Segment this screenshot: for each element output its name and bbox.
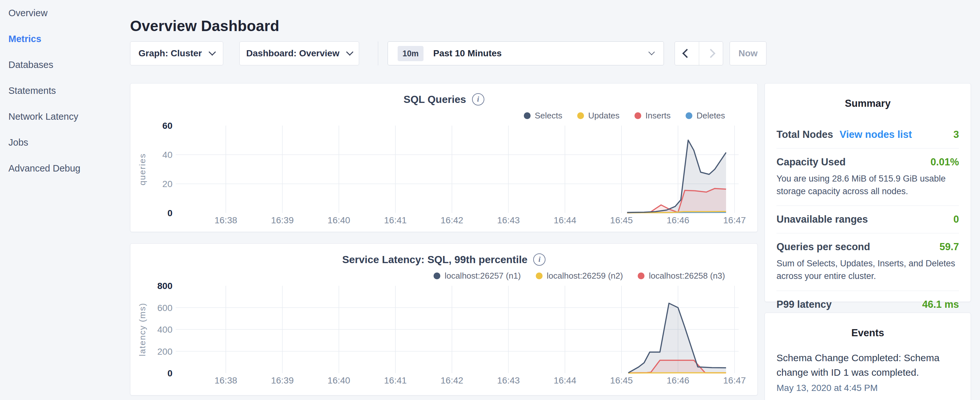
chevron-down-icon — [346, 48, 354, 56]
svg-text:16:38: 16:38 — [215, 375, 237, 386]
chevron-right-icon — [706, 49, 715, 58]
svg-text:0: 0 — [167, 208, 172, 218]
service-latency-chart[interactable]: 16:3816:3916:4016:4116:4216:4316:4416:45… — [130, 244, 758, 396]
legend-label: localhost:26257 (n1) — [445, 271, 521, 281]
svg-text:16:39: 16:39 — [271, 215, 294, 225]
svg-text:16:43: 16:43 — [497, 375, 520, 386]
chevron-down-icon — [209, 48, 216, 56]
summary-row: Total NodesView nodes list3 — [776, 121, 959, 148]
svg-text:0: 0 — [167, 368, 172, 378]
sidebar-item-statements[interactable]: Statements — [0, 78, 130, 104]
chevron-left-icon — [682, 49, 691, 58]
legend-item: Inserts — [635, 111, 671, 121]
svg-text:16:46: 16:46 — [667, 375, 689, 386]
dashboard-selector-label: Dashboard: Overview — [246, 48, 339, 59]
sidebar-item-network-latency[interactable]: Network Latency — [0, 104, 130, 129]
svg-text:400: 400 — [157, 325, 172, 335]
event-message: Schema Change Completed: Schema change w… — [776, 351, 959, 379]
legend-dot-icon — [536, 273, 542, 279]
svg-text:40: 40 — [162, 150, 172, 160]
svg-text:20: 20 — [162, 179, 172, 189]
summary-value: 0.01% — [931, 156, 959, 168]
legend-label: Inserts — [646, 111, 671, 121]
svg-text:16:47: 16:47 — [723, 375, 746, 386]
time-range-dropdown[interactable]: 10m Past 10 Minutes — [388, 41, 664, 65]
svg-text:800: 800 — [157, 281, 172, 291]
svg-text:16:40: 16:40 — [328, 215, 350, 225]
legend-label: localhost:26258 (n3) — [649, 271, 725, 281]
page-title: Overview Dashboard — [130, 17, 279, 35]
sidebar-item-advanced-debug[interactable]: Advanced Debug — [0, 155, 130, 181]
svg-text:16:45: 16:45 — [610, 375, 633, 386]
summary-value: 3 — [953, 129, 959, 140]
time-range-badge: 10m — [398, 46, 423, 61]
summary-value: 59.7 — [940, 241, 959, 253]
info-icon[interactable]: i — [472, 93, 484, 105]
legend-item: localhost:26257 (n1) — [434, 271, 521, 281]
summary-subtext: Sum of Selects, Updates, Inserts, and De… — [776, 257, 959, 282]
sql-queries-chart[interactable]: 16:3816:3916:4016:4116:4216:4316:4416:45… — [130, 83, 758, 233]
legend-dot-icon — [577, 112, 584, 119]
svg-text:60: 60 — [162, 121, 172, 131]
events-list: Schema Change Completed: Schema change w… — [765, 351, 970, 393]
toolbar-divider — [378, 41, 378, 65]
svg-text:16:44: 16:44 — [554, 375, 576, 386]
legend-item: localhost:26258 (n3) — [638, 271, 725, 281]
legend-label: Selects — [535, 111, 562, 121]
svg-text:16:44: 16:44 — [554, 215, 576, 225]
info-icon[interactable]: i — [533, 253, 546, 266]
graph-selector-dropdown[interactable]: Graph: Cluster — [130, 41, 223, 65]
event-timestamp: May 13, 2020 at 4:45 PM — [776, 383, 959, 393]
legend-item: Updates — [577, 111, 620, 121]
summary-row: Queries per second59.7Sum of Selects, Up… — [776, 233, 959, 291]
svg-text:queries: queries — [137, 153, 147, 185]
chart-title: Service Latency: SQL, 99th percentile — [342, 254, 528, 266]
graph-selector-label: Graph: Cluster — [138, 48, 202, 59]
summary-label: Queries per second — [776, 241, 870, 253]
next-range-button[interactable] — [699, 42, 723, 65]
sidebar-item-databases[interactable]: Databases — [0, 52, 130, 78]
summary-label: Total Nodes — [776, 129, 833, 140]
svg-text:16:39: 16:39 — [271, 375, 294, 386]
legend-label: Updates — [588, 111, 620, 121]
summary-subtext: You are using 28.6 MiB of 515.9 GiB usab… — [776, 172, 959, 198]
summary-label: P99 latency — [776, 299, 832, 310]
svg-text:16:43: 16:43 — [497, 215, 520, 225]
svg-text:200: 200 — [157, 347, 172, 357]
legend-label: Deletes — [697, 111, 725, 121]
events-title: Events — [765, 313, 970, 339]
chart-legend: SelectsUpdatesInsertsDeletes — [524, 111, 725, 121]
summary-row: Capacity Used0.01%You are using 28.6 MiB… — [776, 148, 959, 206]
svg-text:16:42: 16:42 — [441, 215, 463, 225]
chart-card-0: SQL Queries i SelectsUpdatesInsertsDelet… — [130, 83, 758, 232]
chevron-down-icon — [648, 49, 655, 55]
dashboard-selector-dropdown[interactable]: Dashboard: Overview — [239, 41, 359, 65]
previous-range-button[interactable] — [675, 42, 699, 65]
svg-text:16:46: 16:46 — [667, 215, 689, 225]
svg-text:16:47: 16:47 — [723, 215, 746, 225]
summary-label: Capacity Used — [776, 156, 846, 168]
view-nodes-list-link[interactable]: View nodes list — [840, 129, 912, 140]
legend-dot-icon — [635, 112, 641, 119]
sidebar-item-metrics[interactable]: Metrics — [0, 26, 130, 52]
events-panel: Events Schema Change Completed: Schema c… — [765, 312, 971, 400]
sidebar-nav: OverviewMetricsDatabasesStatementsNetwor… — [0, 0, 130, 400]
legend-item: localhost:26259 (n2) — [536, 271, 623, 281]
overview-dashboard-page: { "sidebar": { "items": [ {"label": "Ove… — [0, 0, 980, 400]
svg-text:16:40: 16:40 — [328, 375, 350, 386]
chart-title: SQL Queries — [404, 94, 466, 105]
sidebar-item-jobs[interactable]: Jobs — [0, 129, 130, 155]
sidebar-item-overview[interactable]: Overview — [0, 0, 130, 26]
svg-text:600: 600 — [157, 303, 172, 313]
legend-dot-icon — [686, 112, 692, 119]
now-button[interactable]: Now — [730, 41, 767, 65]
legend-label: localhost:26259 (n2) — [547, 271, 623, 281]
svg-text:16:38: 16:38 — [215, 215, 237, 225]
summary-title: Summary — [765, 83, 970, 109]
svg-text:16:42: 16:42 — [441, 375, 463, 386]
svg-text:latency (ms): latency (ms) — [137, 303, 147, 356]
legend-dot-icon — [434, 273, 440, 279]
chart-card-1: Service Latency: SQL, 99th percentile i … — [130, 243, 758, 395]
summary-panel: Summary Total NodesView nodes list3Capac… — [765, 83, 971, 302]
legend-item: Deletes — [686, 111, 725, 121]
